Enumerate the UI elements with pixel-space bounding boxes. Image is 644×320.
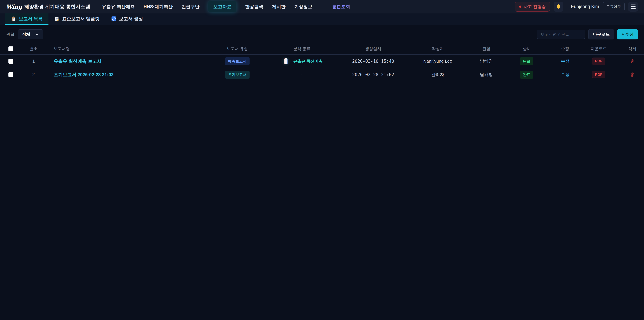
- row-number: 1: [22, 59, 45, 64]
- clipboard-icon: [11, 16, 16, 22]
- delete-button[interactable]: [630, 58, 635, 64]
- jurisdiction-select[interactable]: 전체: [18, 29, 43, 39]
- tab-label: 보고서 목록: [19, 16, 43, 22]
- col-jurisdiction: 관할: [473, 46, 500, 52]
- app-title: 해양환경 위기대응 통합시스템: [24, 3, 90, 10]
- app-header: Wing 해양환경 위기대응 통합시스템 유출유 확산예측 HNS·대기확산 긴…: [0, 0, 644, 14]
- trash-icon: [630, 58, 635, 64]
- col-edit: 수정: [554, 46, 577, 52]
- notifications-button[interactable]: [554, 2, 563, 12]
- jurisdiction: 남해청: [473, 72, 500, 78]
- hamburger-icon: [630, 5, 636, 9]
- memo-pencil-icon: [54, 16, 60, 22]
- row-checkbox[interactable]: [8, 72, 14, 77]
- delete-button[interactable]: [630, 72, 635, 77]
- col-report-type: 보고서 유형: [215, 46, 260, 52]
- trash-icon: [630, 72, 635, 77]
- analysis-type: 유출유 확산예측: [281, 57, 323, 66]
- edit-link[interactable]: 수정: [561, 59, 570, 64]
- col-analysis-type: 분석 종류: [260, 46, 344, 52]
- edit-button[interactable]: + 수정: [617, 29, 638, 40]
- chevron-down-icon: [35, 32, 39, 37]
- report-type-badge: 초기보고서: [225, 71, 250, 79]
- col-status: 상태: [500, 46, 554, 52]
- report-type-badge: 예측보고서: [225, 57, 250, 65]
- col-number: 번호: [22, 46, 45, 52]
- bell-icon: [556, 4, 561, 10]
- table-header: 번호 보고서명 보고서 유형 분석 종류 생성일시 작성자 관할 상태 수정 다…: [0, 43, 644, 55]
- analysis-type: -: [301, 72, 303, 77]
- pdf-download-button[interactable]: PDF: [592, 58, 605, 65]
- tab-report-list[interactable]: 보고서 목록: [5, 14, 48, 25]
- author: 관리자: [402, 72, 473, 78]
- filter-actions: 다운로드 + 수정: [537, 29, 638, 40]
- table-row: 1 유출유 확산예측 보고서 예측보고서 유출유 확산예측 2026-03-10…: [0, 55, 644, 68]
- logout-button[interactable]: 로그아웃: [603, 2, 624, 12]
- main-nav: 유출유 확산예측 HNS·대기확산 긴급구난 보고자료 항공탐색 게시판 기상정…: [102, 1, 350, 13]
- report-search-input[interactable]: [537, 30, 585, 39]
- jurisdiction: 남해청: [473, 58, 500, 64]
- nav-item-oil-spill[interactable]: 유출유 확산예측: [102, 4, 135, 10]
- status-badge: 완료: [520, 71, 533, 79]
- nav-item-rescue[interactable]: 긴급구난: [182, 4, 200, 10]
- col-created-at: 생성일시: [344, 46, 402, 52]
- app-logo: Wing: [6, 3, 22, 10]
- report-list-panel: 관할 전체 다운로드 + 수정 번호 보고서명 보고서 유형 분석 종류 생성일…: [0, 25, 644, 320]
- menu-button[interactable]: [628, 2, 638, 12]
- report-name-link[interactable]: 유출유 확산예측 보고서: [54, 59, 102, 64]
- report-name-link[interactable]: 초기보고서 2026-02-28 21:02: [54, 72, 114, 77]
- select-all-checkbox[interactable]: [8, 46, 14, 51]
- red-dot-icon: [519, 6, 521, 8]
- report-tabs: 보고서 목록 표준보고서 템플릿 보고서 생성: [0, 14, 644, 25]
- tab-generate-report[interactable]: 보고서 생성: [105, 14, 149, 25]
- row-number: 2: [22, 72, 45, 77]
- oil-drum-icon: [281, 57, 291, 66]
- nav-item-reports[interactable]: 보고자료: [208, 1, 236, 13]
- status-badge: 완료: [520, 57, 533, 65]
- col-download: 다운로드: [577, 46, 620, 52]
- nav-item-weather[interactable]: 기상정보: [294, 4, 312, 10]
- created-at: 2026-03-10 15:40: [344, 59, 402, 64]
- jurisdiction-filter-label: 관할: [6, 32, 14, 37]
- nav-item-integrated-search[interactable]: 통합조회: [332, 4, 350, 10]
- download-button[interactable]: 다운로드: [588, 29, 614, 40]
- row-checkbox[interactable]: [8, 59, 14, 64]
- tab-label: 표준보고서 템플릿: [62, 16, 100, 22]
- incident-status-badge: 사고 진행중: [515, 2, 550, 12]
- author: NanKyung Lee: [402, 59, 473, 64]
- col-report-name: 보고서명: [45, 46, 215, 52]
- refresh-icon: [111, 16, 117, 22]
- divider: [567, 4, 567, 10]
- pdf-download-button[interactable]: PDF: [592, 71, 605, 78]
- table-row: 2 초기보고서 2026-02-28 21:02 초기보고서 - 2026-02…: [0, 68, 644, 81]
- created-at: 2026-02-28 21:02: [344, 72, 402, 77]
- col-delete: 삭제: [620, 46, 644, 52]
- nav-item-board[interactable]: 게시판: [272, 4, 286, 10]
- nav-item-hns[interactable]: HNS·대기확산: [144, 4, 173, 10]
- tab-label: 보고서 생성: [119, 16, 143, 22]
- brand: Wing 해양환경 위기대응 통합시스템: [6, 3, 90, 10]
- edit-link[interactable]: 수정: [561, 72, 570, 77]
- nav-item-aerial-search[interactable]: 항공탐색: [245, 4, 263, 10]
- header-right: 사고 진행중 Eunjeong Kim 로그아웃: [515, 2, 638, 12]
- user-name: Eunjeong Kim: [571, 4, 599, 9]
- filter-bar: 관할 전체 다운로드 + 수정: [0, 25, 644, 43]
- col-author: 작성자: [402, 46, 473, 52]
- tab-standard-template[interactable]: 표준보고서 템플릿: [48, 14, 106, 25]
